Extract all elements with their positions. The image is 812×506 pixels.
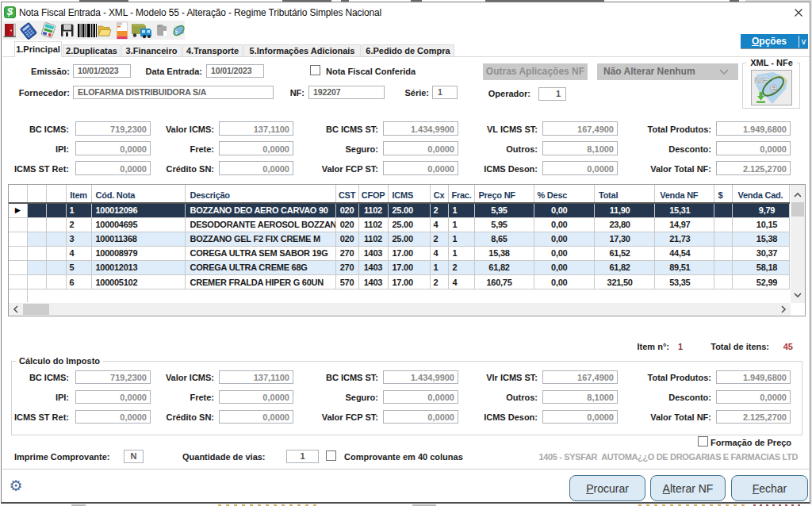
svg-text:e: e <box>770 81 777 94</box>
svg-text:NF: NF <box>754 75 768 86</box>
